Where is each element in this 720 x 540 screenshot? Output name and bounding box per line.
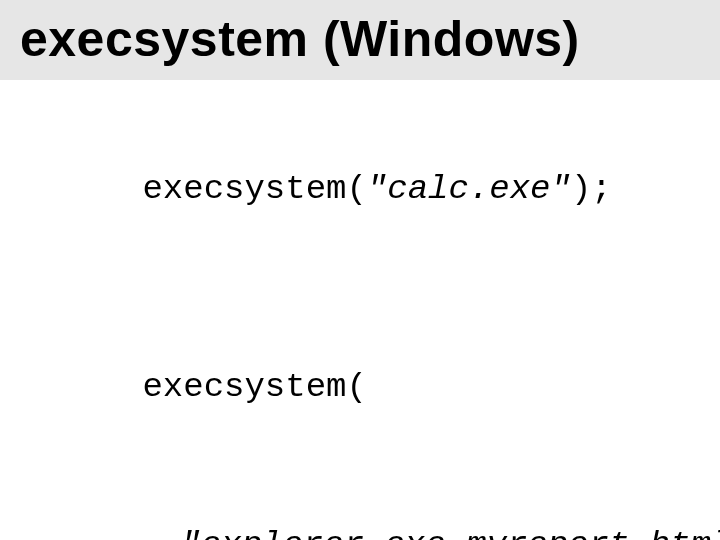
code-arg-1: "calc.exe" xyxy=(367,170,571,208)
code-line-3: "explorer.exe myreport.html", xyxy=(20,466,700,540)
slide-body: execsystem("calc.exe"); execsystem( "exp… xyxy=(0,80,720,540)
title-bar: execsystem (Windows) xyxy=(0,0,720,80)
slide-title: execsystem (Windows) xyxy=(20,11,580,67)
slide: execsystem (Windows) execsystem("calc.ex… xyxy=(0,0,720,540)
code-line-2: execsystem( xyxy=(20,308,700,466)
code-arg-3: "explorer.exe myreport.html", xyxy=(180,526,720,540)
code-func-1: execsystem( xyxy=(142,170,366,208)
code-line-1: execsystem("calc.exe"); xyxy=(20,110,700,268)
spacer xyxy=(20,268,700,308)
code-func-2: execsystem( xyxy=(142,368,366,406)
code-end-1: ); xyxy=(571,170,612,208)
